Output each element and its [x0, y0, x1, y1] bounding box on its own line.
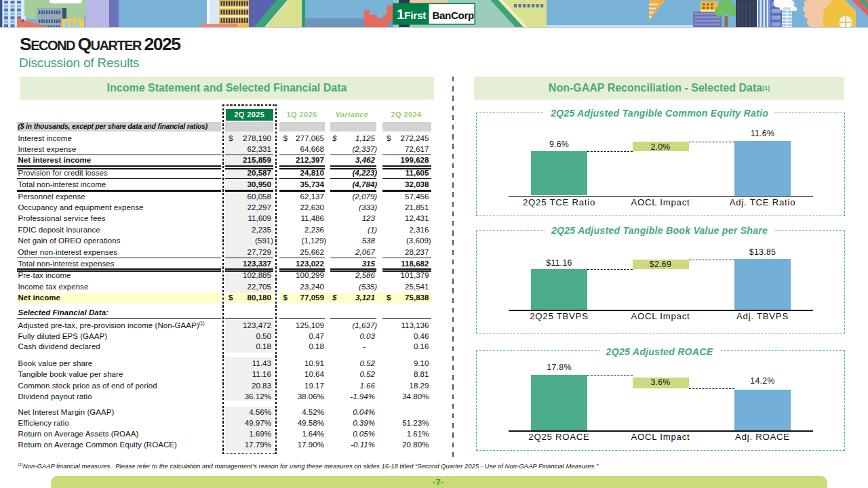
svg-text:1: 1 [397, 7, 404, 22]
svg-text:BanCorp: BanCorp [433, 9, 474, 21]
svg-text:First: First [404, 9, 426, 21]
